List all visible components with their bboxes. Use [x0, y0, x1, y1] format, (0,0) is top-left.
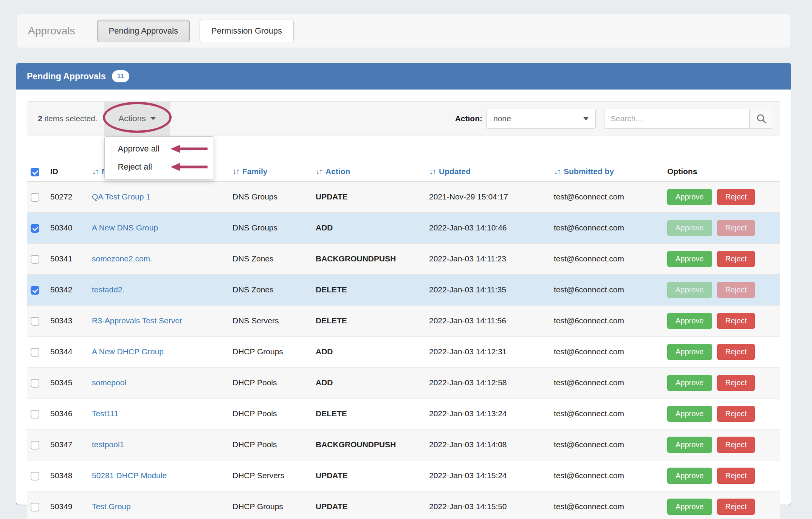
approve-button[interactable]: Approve — [667, 375, 712, 391]
panel-heading: Pending Approvals 11 — [16, 63, 791, 90]
row-updated: 2022-Jan-03 14:15:24 — [425, 460, 550, 491]
actions-dropdown-menu: Approve all Reject all — [104, 136, 214, 179]
approve-button[interactable]: Approve — [667, 437, 712, 453]
row-name-link[interactable]: A New DHCP Group — [92, 347, 164, 356]
approve-button[interactable]: Approve — [667, 344, 712, 360]
approve-button[interactable]: Approve — [667, 468, 712, 484]
reject-button[interactable]: Reject — [717, 375, 755, 391]
row-checkbox[interactable] — [31, 224, 39, 233]
approve-button[interactable]: Approve — [667, 406, 712, 422]
actions-button-label: Actions — [119, 114, 146, 124]
row-family: DHCP Groups — [229, 336, 312, 367]
row-action: ADD — [312, 367, 425, 398]
row-updated: 2022-Jan-03 14:11:35 — [425, 274, 550, 305]
select-all-header — [27, 162, 46, 181]
row-name-link[interactable]: Test Group — [92, 502, 131, 511]
reject-button[interactable]: Reject — [717, 344, 755, 360]
row-checkbox[interactable] — [31, 317, 39, 326]
row-name-link[interactable]: testpool1 — [92, 440, 124, 449]
tab-permission-groups[interactable]: Permission Groups — [200, 20, 294, 42]
approve-button[interactable]: Approve — [667, 499, 712, 515]
column-header-action[interactable]: ↓↑Action — [312, 162, 425, 181]
reject-button[interactable]: Reject — [717, 468, 755, 484]
row-updated: 2022-Jan-03 14:15:50 — [425, 491, 550, 519]
pending-approvals-table: ID ↓↑Name ↓↑Family ↓↑Action ↓↑Updated ↓↑… — [27, 162, 780, 519]
reject-button[interactable]: Reject — [717, 437, 755, 453]
reject-button[interactable]: Reject — [717, 313, 755, 329]
row-name-link[interactable]: 50281 DHCP Module — [92, 471, 167, 480]
column-header-family[interactable]: ↓↑Family — [229, 162, 312, 181]
panel-title: Pending Approvals — [27, 71, 106, 82]
row-checkbox[interactable] — [31, 441, 39, 449]
actions-dropdown-button[interactable]: Actions — [104, 102, 170, 136]
row-family: DHCP Servers — [229, 460, 312, 491]
row-action: DELETE — [312, 398, 425, 429]
row-name-link[interactable]: somezone2.com. — [92, 254, 152, 263]
table-row: 50343 R3-Approvals Test Server DNS Serve… — [27, 305, 780, 336]
reject-button[interactable]: Reject — [717, 406, 755, 422]
row-submitted-by: test@6connect.com — [550, 212, 663, 243]
row-checkbox[interactable] — [31, 410, 39, 419]
row-updated: 2022-Jan-03 14:10:46 — [425, 212, 550, 243]
row-name-link[interactable]: A New DNS Group — [92, 223, 158, 232]
row-family: DHCP Pools — [229, 367, 312, 398]
select-all-checkbox[interactable] — [31, 168, 39, 176]
search-group — [604, 109, 773, 129]
table-row: 50272 QA Test Group 1 DNS Groups UPDATE … — [27, 181, 780, 213]
row-action: DELETE — [312, 274, 425, 305]
reject-button[interactable]: Reject — [717, 251, 755, 267]
approve-button: Approve — [667, 282, 712, 298]
row-checkbox[interactable] — [31, 379, 39, 388]
search-button[interactable] — [750, 109, 773, 129]
table-row: 50349 Test Group DHCP Groups UPDATE 2022… — [27, 491, 780, 519]
row-checkbox[interactable] — [31, 472, 39, 480]
row-checkbox[interactable] — [31, 348, 39, 357]
search-input[interactable] — [604, 109, 750, 129]
reject-button[interactable]: Reject — [717, 189, 755, 205]
approve-button[interactable]: Approve — [667, 313, 712, 329]
row-checkbox[interactable] — [31, 255, 39, 264]
row-name-link[interactable]: testadd2. — [92, 285, 124, 294]
row-action: BACKGROUNDPUSH — [312, 243, 425, 274]
row-updated: 2022-Jan-03 14:13:24 — [425, 398, 550, 429]
table-row: 50342 testadd2. DNS Zones DELETE 2022-Ja… — [27, 274, 780, 305]
menu-item-reject-all[interactable]: Reject all — [105, 158, 214, 176]
row-family: DNS Servers — [229, 305, 312, 336]
chevron-down-icon — [150, 117, 156, 120]
approve-button[interactable]: Approve — [667, 189, 712, 205]
action-select-value: none — [493, 114, 511, 123]
row-family: DNS Zones — [229, 274, 312, 305]
row-submitted-by: test@6connect.com — [550, 181, 663, 213]
row-checkbox[interactable] — [31, 503, 39, 511]
reject-button[interactable]: Reject — [717, 499, 755, 515]
row-name-link[interactable]: Test111 — [92, 409, 118, 418]
tab-pending-approvals[interactable]: Pending Approvals — [97, 20, 190, 42]
row-submitted-by: test@6connect.com — [550, 336, 663, 367]
pending-approvals-panel: Pending Approvals 11 2 items selected. A… — [16, 63, 791, 505]
sort-icon: ↓↑ — [232, 167, 239, 176]
reject-button: Reject — [717, 282, 755, 298]
column-header-id: ID — [46, 162, 88, 181]
row-id: 50348 — [46, 460, 88, 491]
row-submitted-by: test@6connect.com — [550, 243, 663, 274]
row-updated: 2022-Jan-03 14:12:58 — [425, 367, 550, 398]
row-name-link[interactable]: somepool — [92, 378, 126, 387]
column-header-updated[interactable]: ↓↑Updated — [425, 162, 550, 181]
menu-item-approve-all[interactable]: Approve all — [105, 140, 214, 158]
row-id: 50272 — [46, 181, 88, 213]
selected-suffix: items selected. — [42, 114, 98, 123]
table-row: 50345 somepool DHCP Pools ADD 2022-Jan-0… — [27, 367, 780, 398]
row-action: DELETE — [312, 305, 425, 336]
row-family: DNS Zones — [229, 243, 312, 274]
table-row: 50344 A New DHCP Group DHCP Groups ADD 2… — [27, 336, 780, 367]
row-name-link[interactable]: QA Test Group 1 — [92, 192, 150, 201]
column-header-submitted-by[interactable]: ↓↑Submitted by — [550, 162, 663, 181]
row-id: 50345 — [46, 367, 88, 398]
row-checkbox[interactable] — [31, 193, 39, 202]
row-action: ADD — [312, 212, 425, 243]
action-select[interactable]: none — [486, 109, 596, 129]
row-checkbox[interactable] — [31, 286, 39, 295]
row-name-link[interactable]: R3-Approvals Test Server — [92, 316, 182, 325]
annotation-arrow-icon — [170, 144, 208, 154]
approve-button[interactable]: Approve — [667, 251, 712, 267]
